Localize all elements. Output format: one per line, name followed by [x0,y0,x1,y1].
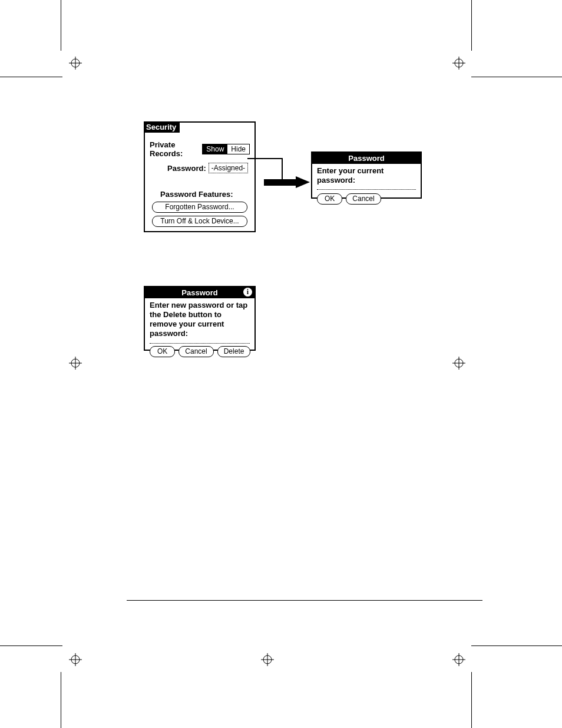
connector-line [247,158,283,159]
crop-mark-icon [69,57,82,70]
show-option[interactable]: Show [203,144,227,154]
forgotten-password-button[interactable]: Forgotten Password... [152,202,247,213]
trim-line [471,645,562,646]
delete-button[interactable]: Delete [217,346,251,357]
trim-line [471,77,562,77]
info-icon[interactable]: i [243,288,252,297]
crop-mark-icon [261,653,274,666]
ok-button[interactable]: OK [317,193,342,205]
trim-line [61,672,61,728]
crop-mark-icon [452,357,465,370]
new-password-title: Password i [145,287,254,298]
password-value-selector[interactable]: -Assigned- [209,163,248,173]
cancel-button[interactable]: Cancel [178,346,213,357]
security-panel: Security Private Records: Show Hide Pass… [144,121,256,232]
password-label: Password: [167,164,206,173]
cancel-button[interactable]: Cancel [346,193,381,205]
crop-mark-icon [69,357,82,370]
password-features-label: Password Features: [160,190,250,199]
hide-option[interactable]: Hide [227,144,249,154]
password-input-line[interactable] [317,189,416,190]
private-records-label: Private Records: [150,140,200,158]
trim-line [0,77,62,77]
security-title: Security [144,121,180,133]
current-password-title: Password [312,153,421,164]
ok-button[interactable]: OK [150,346,175,357]
footer-divider [127,600,482,601]
trim-line [0,645,62,646]
crop-mark-icon [69,653,82,666]
new-password-input-line[interactable] [150,343,250,344]
crop-mark-icon [452,57,465,70]
crop-mark-icon [452,653,465,666]
trim-line [61,0,61,51]
private-records-toggle[interactable]: Show Hide [202,144,250,154]
lock-device-button[interactable]: Turn Off & Lock Device... [152,216,247,227]
arrow-head-icon [296,176,310,188]
arrow-shaft [264,179,300,186]
trim-line [471,672,472,728]
new-password-dialog: Password i Enter new password or tap the… [144,286,256,351]
trim-line [471,0,472,51]
current-password-prompt: Enter your current password: [317,166,416,185]
current-password-dialog: Password Enter your current password: OK… [311,151,422,199]
new-password-prompt: Enter new password or tap the Delete but… [150,301,250,338]
new-password-title-text: Password [181,288,217,297]
